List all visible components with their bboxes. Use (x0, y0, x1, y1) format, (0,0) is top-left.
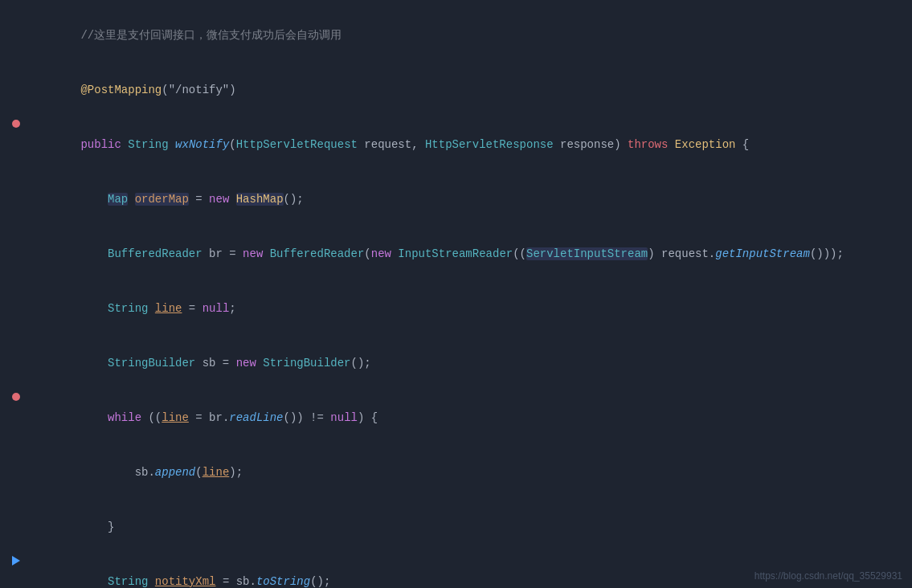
map-type-1: Map (108, 193, 128, 206)
code-line-10: } (0, 500, 912, 554)
breakpoint-icon-8 (10, 391, 22, 402)
line-content-4: Map orderMap = new HashMap(); (32, 173, 912, 226)
line-content-5: BufferedReader br = new BufferedReader(n… (32, 227, 912, 280)
hashmap-1: HashMap (236, 193, 284, 206)
line-content-7: StringBuilder sb = new StringBuilder(); (32, 337, 912, 390)
code-line-8: while ((line = br.readLine()) != null) { (0, 390, 912, 445)
line-content-6: String line = null; (32, 282, 912, 335)
code-line-2: @PostMapping("/notify") (0, 63, 912, 117)
code-line-7: StringBuilder sb = new StringBuilder(); (0, 336, 912, 390)
line-content-9: sb.append(line); (32, 446, 912, 499)
line-content-8: while ((line = br.readLine()) != null) { (32, 391, 912, 444)
kw-public: public (80, 138, 121, 151)
code-line-5: BufferedReader br = new BufferedReader(n… (0, 227, 912, 281)
gutter-11 (0, 555, 32, 566)
code-editor: //这里是支付回调接口，微信支付成功后会自动调用 @PostMapping("/… (0, 0, 912, 588)
code-line-4: Map orderMap = new HashMap(); (0, 172, 912, 227)
line-content-1: //这里是支付回调接口，微信支付成功后会自动调用 (32, 9, 912, 62)
line-content-10: } (32, 500, 912, 553)
watermark: https://blog.csdn.net/qq_35529931 (755, 570, 902, 582)
code-line-3: public String wxNotify(HttpServletReques… (0, 117, 912, 172)
method-name: wxNotify (175, 138, 229, 151)
breakpoint-icon-3 (10, 118, 22, 129)
bookmark-icon-11 (10, 555, 22, 566)
gutter-8 (0, 391, 32, 402)
code-line-9: sb.append(line); (0, 445, 912, 500)
code-line-6: String line = null; (0, 281, 912, 336)
line-content-2: @PostMapping("/notify") (32, 63, 912, 116)
annotation: @PostMapping (80, 84, 162, 96)
exception-class: Exception (675, 138, 736, 151)
code-line-1: //这里是支付回调接口，微信支付成功后会自动调用 (0, 8, 912, 63)
line-content-3: public String wxNotify(HttpServletReques… (32, 118, 912, 171)
type-string: String (128, 138, 168, 151)
throws-keyword: throws (628, 138, 668, 151)
gutter-3 (0, 118, 32, 129)
map-var-1: orderMap (135, 193, 189, 206)
comment-text: //这里是支付回调接口，微信支付成功后会自动调用 (80, 29, 341, 42)
